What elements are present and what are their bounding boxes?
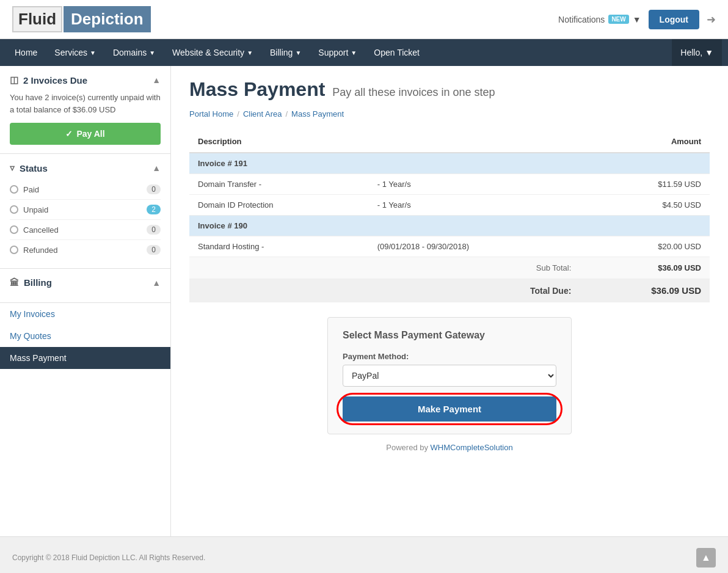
radio-unpaid: [10, 205, 18, 214]
breadcrumb-separator: /: [285, 109, 288, 119]
breadcrumb-portal-home[interactable]: Portal Home: [189, 109, 233, 119]
nav-services-label: Services: [54, 48, 87, 57]
payment-method-label: Payment Method:: [343, 352, 556, 361]
nav-domains-label: Domains: [113, 48, 147, 57]
status-cancelled[interactable]: Cancelled 0: [10, 220, 161, 240]
standard-hosting-amount: $20.00 USD: [580, 236, 710, 257]
status-unpaid-label: Unpaid: [10, 205, 48, 214]
chevron-down-icon: ▼: [705, 48, 713, 57]
nav-open-ticket[interactable]: Open Ticket: [365, 39, 428, 66]
nav-support-label: Support: [318, 48, 348, 57]
breadcrumb-separator: /: [237, 109, 239, 119]
logo-fluid: Fluid: [12, 6, 62, 32]
main-layout: ◫ 2 Invoices Due ▲ You have 2 invoice(s)…: [0, 66, 728, 536]
status-paid-count: 0: [147, 184, 161, 194]
invoice-190-label: Invoice # 190: [189, 216, 710, 236]
status-unpaid[interactable]: Unpaid 2: [10, 200, 161, 220]
navigation-bar: Home Services ▼ Domains ▼ Website & Secu…: [0, 39, 728, 66]
logo: FluidDepiction: [12, 6, 151, 32]
sidebar-item-my-quotes[interactable]: My Quotes: [0, 325, 170, 347]
nav-services[interactable]: Services ▼: [46, 39, 104, 66]
breadcrumb-mass-payment: Mass Payment: [291, 109, 344, 119]
collapse-status-button[interactable]: ▲: [152, 163, 161, 173]
invoice-191-label: Invoice # 191: [189, 153, 710, 174]
standard-hosting-desc: Standard Hosting -: [189, 236, 369, 257]
billing-title: 🏛 Billing: [10, 277, 52, 288]
radio-paid: [10, 185, 18, 194]
domain-transfer-desc: Domain Transfer -: [189, 174, 369, 195]
status-cancelled-label: Cancelled: [10, 225, 59, 235]
status-paid-label: Paid: [10, 185, 39, 194]
logo-depiction: Depiction: [64, 6, 150, 32]
chevron-down-icon: ▼: [351, 49, 357, 56]
top-bar: FluidDepiction Notifications NEW ▼ Logou…: [0, 0, 728, 39]
billing-section: 🏛 Billing ▲: [0, 269, 170, 303]
invoices-due-title: ◫ 2 Invoices Due: [10, 75, 87, 86]
payment-method-select[interactable]: PayPal: [343, 365, 556, 387]
status-header: ▿ Status ▲: [10, 162, 161, 173]
status-title: ▿ Status: [10, 162, 48, 173]
scroll-to-top-button[interactable]: ▲: [696, 548, 716, 568]
main-content: Mass Payment Pay all these invoices in o…: [171, 66, 728, 536]
server-icon: ◫: [10, 75, 18, 86]
status-paid[interactable]: Paid 0: [10, 180, 161, 200]
total-label: Total Due:: [189, 279, 580, 302]
invoice-191-header: Invoice # 191: [189, 153, 710, 174]
invoices-due-header: ◫ 2 Invoices Due ▲: [10, 75, 161, 86]
notifications-label: Notifications: [558, 15, 605, 24]
subtotal-amount: $36.09 USD: [580, 257, 710, 279]
sidebar: ◫ 2 Invoices Due ▲ You have 2 invoice(s)…: [0, 66, 171, 536]
nav-billing-label: Billing: [270, 48, 293, 57]
notifications-badge: NEW: [608, 15, 628, 24]
breadcrumb-client-area[interactable]: Client Area: [243, 109, 282, 119]
breadcrumb: Portal Home / Client Area / Mass Payment: [189, 109, 710, 119]
sidebar-item-my-invoices[interactable]: My Invoices: [0, 303, 170, 325]
nav-home[interactable]: Home: [6, 39, 46, 66]
sidebar-item-mass-payment[interactable]: Mass Payment: [0, 347, 170, 369]
radio-refunded: [10, 246, 18, 254]
chevron-down-icon: ▼: [247, 49, 253, 56]
radio-cancelled: [10, 225, 18, 234]
logout-button[interactable]: Logout: [649, 10, 699, 29]
chevron-down-icon: ▼: [149, 49, 155, 56]
chevron-down-icon: ▼: [295, 49, 301, 56]
subtotal-row: Sub Total: $36.09 USD: [189, 257, 710, 279]
page-title-row: Mass Payment Pay all these invoices in o…: [189, 78, 710, 101]
make-payment-btn-wrap: Make Payment: [343, 396, 556, 422]
nav-open-ticket-label: Open Ticket: [374, 48, 420, 57]
chevron-down-icon: ▼: [633, 15, 641, 24]
nav-website-security[interactable]: Website & Security ▼: [164, 39, 261, 66]
table-row: Domain Transfer - - 1 Year/s $11.59 USD: [189, 174, 710, 195]
col-amount: Amount: [580, 131, 710, 153]
exit-icon[interactable]: ➜: [707, 13, 716, 26]
status-refunded[interactable]: Refunded 0: [10, 240, 161, 260]
nav-domains[interactable]: Domains ▼: [104, 39, 164, 66]
nav-hello[interactable]: Hello, ▼: [672, 39, 722, 66]
check-icon: ✓: [65, 129, 73, 139]
collapse-invoices-button[interactable]: ▲: [152, 75, 161, 85]
invoices-due-text: You have 2 invoice(s) currently unpaid w…: [10, 92, 161, 115]
nav-hello-label: Hello,: [680, 48, 702, 57]
table-row: Standard Hosting - (09/01/2018 - 09/30/2…: [189, 236, 710, 257]
page-title: Mass Payment: [189, 78, 325, 101]
total-row: Total Due: $36.09 USD: [189, 279, 710, 302]
domain-id-detail: - 1 Year/s: [369, 195, 580, 216]
standard-hosting-detail: (09/01/2018 - 09/30/2018): [369, 236, 580, 257]
whmcs-link[interactable]: WHMCompleteSolution: [431, 443, 513, 452]
top-right-actions: Notifications NEW ▼ Logout ➜: [558, 10, 716, 29]
status-refunded-label: Refunded: [10, 246, 57, 255]
nav-home-label: Home: [15, 48, 37, 57]
gateway-title: Select Mass Payment Gateway: [343, 330, 556, 341]
col-detail-spacer: [369, 131, 580, 153]
status-section: ▿ Status ▲ Paid 0 Unpaid 2: [0, 154, 170, 269]
footer: Copyright © 2018 Fluid Depiction LLC. Al…: [0, 536, 728, 573]
total-amount: $36.09 USD: [580, 279, 710, 302]
nav-support[interactable]: Support ▼: [310, 39, 365, 66]
nav-billing[interactable]: Billing ▼: [261, 39, 310, 66]
make-payment-button[interactable]: Make Payment: [343, 396, 556, 422]
invoice-table: Description Amount Invoice # 191 Domain …: [189, 131, 710, 302]
collapse-billing-button[interactable]: ▲: [152, 278, 161, 288]
col-description: Description: [189, 131, 369, 153]
notifications-button[interactable]: Notifications NEW ▼: [558, 15, 641, 24]
pay-all-button[interactable]: ✓ Pay All: [10, 123, 161, 145]
